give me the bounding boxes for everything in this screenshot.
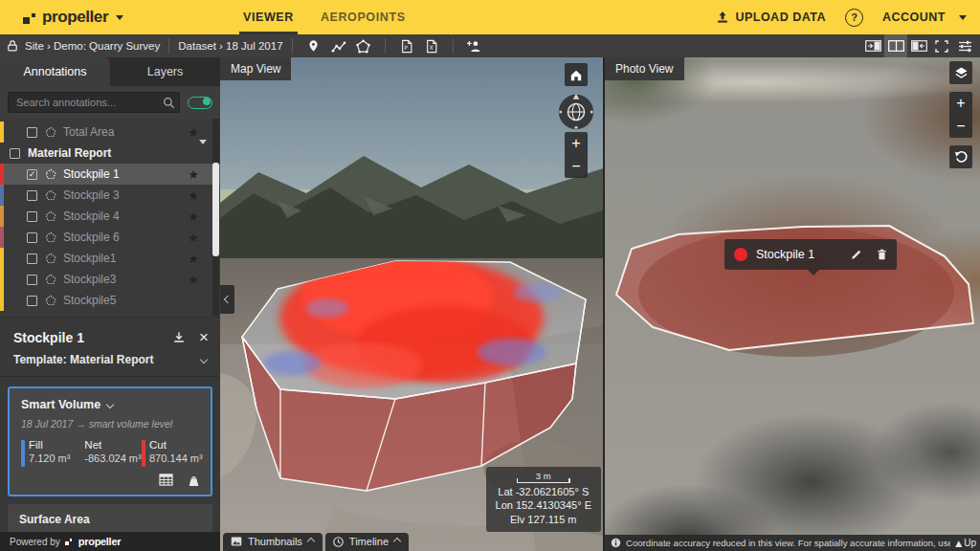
map-view-panel[interactable]: Map View + − <box>220 57 603 551</box>
star-icon[interactable]: ★ <box>188 252 199 266</box>
thumbnails-tab[interactable]: Thumbnails <box>223 533 323 551</box>
annotation-checkbox-checked[interactable]: ✓ <box>27 169 37 180</box>
divider <box>453 38 454 54</box>
split-view-button[interactable] <box>884 34 907 57</box>
sidebar: Annotations Layers Total Area <box>0 57 220 551</box>
tab-aeropoints[interactable]: AEROPOINTS <box>307 0 419 34</box>
density-weight-button[interactable] <box>187 474 201 487</box>
annotation-checkbox[interactable] <box>27 253 37 264</box>
filter-toggle[interactable] <box>188 97 212 109</box>
fullscreen-button[interactable] <box>930 34 953 57</box>
export-xls-button[interactable]: X <box>419 34 444 57</box>
tab-viewer[interactable]: VIEWER <box>230 0 307 34</box>
edit-button[interactable] <box>851 249 862 260</box>
map-zoom-control: + − <box>565 132 588 178</box>
annotation-group-row[interactable]: Material Report <box>0 143 220 164</box>
expand-left-panel-button[interactable] <box>907 34 930 57</box>
share-add-user-button[interactable] <box>462 34 487 57</box>
draw-polygon-button[interactable] <box>351 34 376 57</box>
report-table-button[interactable] <box>159 474 173 487</box>
annotation-checkbox[interactable] <box>27 275 37 285</box>
annotation-color-bar <box>0 248 4 269</box>
annotation-checkbox[interactable] <box>27 127 37 138</box>
display-settings-button[interactable] <box>953 34 976 57</box>
upload-data-button[interactable]: UPLOAD DATA <box>716 11 826 24</box>
search-input[interactable] <box>8 92 180 113</box>
surface-area-label: Surface Area <box>19 513 201 526</box>
zoom-in-button[interactable]: + <box>565 132 588 155</box>
polygon-icon <box>45 168 56 180</box>
breadcrumb-dataset[interactable]: Dataset › 18 Jul 2017 <box>178 40 282 52</box>
smart-volume-card[interactable]: Smart Volume 18 Jul 2017 → smart volume … <box>8 386 212 496</box>
polygon-icon <box>45 126 56 138</box>
breadcrumb-site[interactable]: Site › Demo: Quarry Survey <box>25 40 160 52</box>
annotation-checkbox[interactable] <box>27 296 37 306</box>
download-button[interactable] <box>172 331 186 344</box>
compass-control[interactable] <box>556 92 596 136</box>
annotation-row[interactable]: Stockpile 6 ★ <box>0 227 220 248</box>
annotation-row[interactable]: Stockpile1 ★ <box>0 248 220 269</box>
close-icon[interactable]: × <box>199 331 209 344</box>
help-button[interactable]: ? <box>845 9 863 27</box>
elevation-value: Elv 127.115 m <box>496 513 591 527</box>
annotation-list: Total Area ★ Material Report ✓ Stockpile… <box>0 119 220 316</box>
collapse-sidebar-button[interactable] <box>220 285 234 314</box>
annotation-row-selected[interactable]: ✓ Stockpile 1 ★ <box>0 164 220 185</box>
add-marker-button[interactable] <box>301 34 326 57</box>
delete-button[interactable] <box>877 249 887 260</box>
polygon-icon <box>45 210 56 222</box>
template-row[interactable]: Template: Material Report <box>0 351 220 377</box>
annotation-checkbox[interactable] <box>27 211 37 222</box>
annotation-row[interactable]: Total Area ★ <box>0 121 220 143</box>
photo-view-panel[interactable]: Photo View + − Stockpile 1 <box>603 57 980 551</box>
orientation-up-indicator[interactable]: ▲ Up <box>955 538 976 548</box>
timeline-tab[interactable]: Timeline <box>325 533 409 551</box>
star-icon[interactable]: ★ <box>188 273 199 287</box>
annotation-checkbox[interactable] <box>27 190 37 201</box>
scrollbar-thumb[interactable] <box>212 163 219 256</box>
group-checkbox[interactable] <box>10 148 20 159</box>
net-value: -863.024 m³ <box>84 452 142 464</box>
tab-annotations[interactable]: Annotations <box>0 57 110 86</box>
fill-color-bar <box>21 440 25 467</box>
polygon-icon <box>45 253 56 264</box>
zoom-out-button[interactable]: − <box>949 115 972 138</box>
pdf-file-icon: P <box>400 39 413 54</box>
svg-text:P: P <box>404 45 408 51</box>
annotation-color-bar <box>0 290 4 311</box>
export-pdf-button[interactable]: P <box>394 34 419 57</box>
annotation-row[interactable]: Stockpile 3 ★ <box>0 185 220 206</box>
annotation-label: Stockpile1 <box>63 252 188 265</box>
propeller-logo[interactable]: propeller <box>23 8 123 27</box>
help-label: ? <box>851 11 858 23</box>
star-icon[interactable]: ★ <box>188 188 199 203</box>
sliders-icon <box>958 40 972 53</box>
star-icon[interactable]: ★ <box>188 125 199 140</box>
scrollbar-track[interactable] <box>212 119 219 316</box>
annotation-row[interactable]: Stockpile 4 ★ <box>0 206 220 227</box>
divider <box>168 38 169 54</box>
up-arrow-icon: ▲ <box>955 539 962 548</box>
zoom-out-button[interactable]: − <box>565 155 588 178</box>
chevron-down-icon[interactable] <box>191 144 207 162</box>
star-icon[interactable]: ★ <box>188 231 199 245</box>
zoom-in-button[interactable]: + <box>949 92 972 115</box>
draw-line-button[interactable] <box>326 34 351 57</box>
layers-icon <box>954 66 969 79</box>
annotation-row[interactable]: Stockpile5 <box>0 290 220 311</box>
layers-button[interactable] <box>949 61 972 84</box>
annotation-color-bar <box>0 164 4 185</box>
expand-right-panel-button[interactable] <box>861 34 884 57</box>
annotation-tooltip[interactable]: Stockpile 1 <box>724 239 897 270</box>
net-stat: Net -863.024 m³ <box>77 439 142 464</box>
chevron-down-icon[interactable] <box>106 401 114 408</box>
star-icon[interactable]: ★ <box>188 209 199 224</box>
home-button[interactable] <box>565 63 588 86</box>
account-button[interactable]: ACCOUNT <box>882 11 967 24</box>
cut-stat: Cut 870.144 m³ <box>142 439 201 464</box>
annotation-checkbox[interactable] <box>27 232 37 243</box>
annotation-row[interactable]: Stockpile3 ★ <box>0 269 220 290</box>
tab-layers[interactable]: Layers <box>110 57 220 86</box>
star-icon[interactable]: ★ <box>188 167 199 182</box>
reset-rotation-button[interactable] <box>949 145 972 168</box>
